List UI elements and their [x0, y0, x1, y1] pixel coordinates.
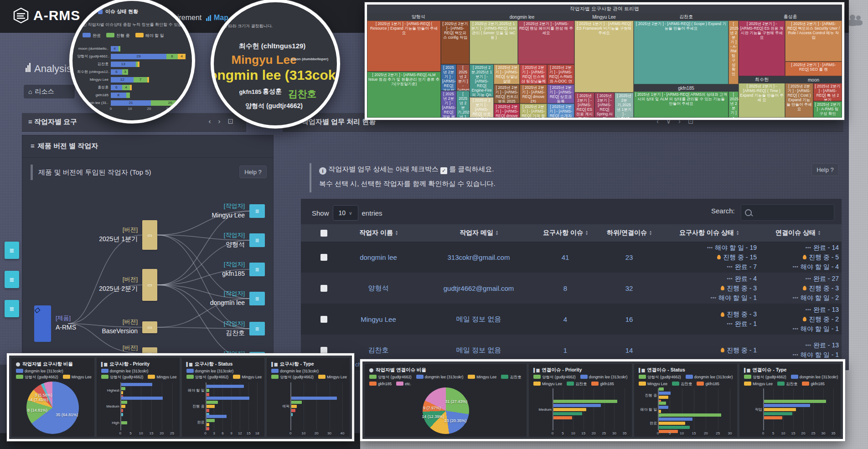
status-line: 진행 중 - 2: [803, 315, 839, 324]
page-size-select[interactable]: 10∨: [333, 205, 358, 221]
worker-node[interactable]: ≣: [249, 204, 265, 218]
version-node[interactable]: ▭: [142, 220, 157, 250]
legend-item: 양형석 (gudtjr4662): [369, 375, 412, 380]
treemap-cell[interactable]: [ 2025년 2분기 ] - [ARMS-REQ] 인스펙션 팀장님들께 시: [520, 64, 547, 84]
version-node[interactable]: ▭: [142, 269, 157, 301]
treemap-cell[interactable]: [ 2025년 1분기 ] - [ARMS-REQ] ARMS의 상태와 고객사…: [634, 91, 728, 118]
treemap-cell[interactable]: [ 2025년 2분기 ] - [ARMS-REQ] ALM Issue 점검 …: [367, 72, 441, 118]
expand-icon[interactable]: ⊡: [227, 117, 233, 125]
version-node[interactable]: ▭: [142, 321, 157, 333]
treemap-cell[interactable]: [ 2025년 2분기 ] - [ARMS-REQ] 백오피스 System 작: [456, 64, 470, 91]
treemap-cell[interactable]: [ 2025년 2분기 ] - [ARMS-REQ] dmove 2차: [520, 84, 547, 103]
table-row[interactable]: 양형석gudtjr4662@gmail.com832●●●완료 - 4진행 중 …: [301, 273, 842, 304]
column-header[interactable]: 작업자 이름▴▾: [333, 224, 424, 242]
worker-node[interactable]: ≣: [249, 233, 265, 247]
nav-item-map[interactable]: Map: [206, 14, 228, 22]
worker-node[interactable]: ≣: [249, 292, 265, 305]
treemap-cell[interactable]: [ 2025년 2분기 ] - [ARMS-REQ] 가격 정책 업데이트: [520, 103, 547, 118]
treemap-cell[interactable]: [ 2025년 2분기 ] - [ARMS-REQ] ( Cost ) Expa…: [785, 83, 813, 118]
treemap-cell[interactable]: [ 2025년 2분기 ] - [ARMS-REQ] SEO 를 랜: [785, 62, 842, 76]
table-row[interactable]: Mingyu Lee메일 정보 없음416진행 중 - 3●●●완료 - 1●●…: [301, 304, 842, 335]
wordcloud-word[interactable]: dongmin lee (313cokr): [211, 67, 340, 83]
legend-swatch: [16, 369, 23, 373]
treemap-cell[interactable]: [ 2025년 2분기 ] - [ARMS-REQ] 상표권 등록: [547, 84, 574, 103]
x-axis: 0510152025: [101, 431, 172, 436]
treemap-cell[interactable]: [ 2025년 2분기 ] - A-RMS 팀 구성 확인: [813, 101, 842, 118]
search-input[interactable]: [741, 204, 834, 221]
bar-segment: 4: [178, 54, 186, 59]
bar-group: 해야 할 일: [186, 385, 258, 396]
column-header[interactable]: 연결이슈 상태▴▾: [757, 224, 839, 242]
column-header[interactable]: 하위/연결이슈▴▾: [597, 224, 661, 242]
treemap-cell[interactable]: [ 2025년 2분기 ] - [ARMS-REQ] ( Time ) Expa…: [739, 83, 785, 118]
worker-node[interactable]: ≣: [249, 322, 265, 335]
column-header[interactable]: 작업자 메일▴▾: [424, 224, 533, 242]
treemap-cell[interactable]: [ 2025년 2분기 ] - [ARMS-REQ] 백오피스 config 작…: [441, 21, 470, 64]
treemap-cell[interactable]: [ 2025년 2분기 ] - [ARMS-REQ] Spring AI 적: [594, 93, 615, 118]
treemap-cell[interactable]: [ 2025년 2분기 ] - [ARMS-REQ] 컨트리뷰트 2025 Op…: [494, 84, 520, 103]
bar-chart-icon: ▌▆: [533, 368, 539, 372]
legend-item: dongmin lee (313cokr): [186, 369, 234, 373]
treemap-cell[interactable]: [ 2025년 2분,2025년 1분기 ] - [ARMS-REQ] Engi…: [470, 64, 494, 97]
treemap-cell[interactable]: [ 2025년 2분기 ] - [ARMS-REQ] 개발 문서 작성: [441, 91, 456, 118]
treemap-cell[interactable]: [ 2025년 2분기 ] - [ARMS-REQ] 특 년 2분기: [813, 83, 842, 101]
row-checkbox[interactable]: [315, 242, 333, 273]
wordcloud-word[interactable]: Mingyu Lee: [231, 53, 296, 67]
brand[interactable]: A-RMS: [13, 7, 80, 24]
wordcloud-word[interactable]: 양형석 (gudtjr4662): [245, 102, 303, 110]
x-tick: 3: [213, 431, 215, 435]
select-all-checkbox[interactable]: [315, 224, 333, 242]
legend-item: dongmin lee (313cokr): [686, 375, 733, 380]
wordcloud-word[interactable]: 최수헌 (chltngus129): [239, 42, 306, 51]
side-list-button[interactable]: ≣: [5, 271, 19, 288]
row-checkbox[interactable]: [315, 273, 333, 304]
legend-swatch: [533, 375, 541, 379]
treemap-cell[interactable]: [ 2025년 2분기 ] - A-RM 팀 구성 확인: [728, 21, 739, 84]
treemap-cell[interactable]: [ 2025년 2분기 ] - [ARMS-REQ] A-RMS 와 A-DOC…: [547, 64, 574, 84]
bar-chart-card: ▌▆요구사항 - Prioritydongmin lee (313cokr)양형…: [97, 358, 180, 437]
treemap-cell[interactable]: [ 2025년 2분기 ] - [ARMS-REQ] dmove 1차 커버리지…: [494, 103, 520, 118]
x-tick: 0: [204, 431, 206, 435]
treemap-cell[interactable]: [ 2025년 2분기 ] - [ARMS-REQ] ES 전용 게시판 기능: [574, 93, 594, 118]
x-axis: 0369121518: [186, 431, 258, 436]
legend-item: 완료: [83, 33, 101, 39]
treemap-cell[interactable]: [ 2025년 2분기,2025년 1분기 ] - [ARMS-REQ]: [615, 93, 634, 118]
treemap-cell[interactable]: [ 2025년 1분기 ] - [ARMS-REQ] ES Framework …: [574, 21, 634, 93]
wordcloud-word[interactable]: gkfn185: [239, 88, 261, 95]
side-list-button[interactable]: ≣: [5, 242, 19, 259]
bar: [207, 385, 244, 388]
wordcloud-word[interactable]: moon (dumbbelloper): [291, 57, 328, 61]
table-row[interactable]: dongmin lee313cokr@gmail.com4123●●●해야 할 …: [301, 242, 842, 273]
treemap-cell[interactable]: [ 2025년 2분기 ] - [ARMS-REQ] ES 전용 게시판 기능을…: [739, 21, 785, 76]
treemap-cell[interactable]: [ 2025년 2분기,2025년 1분기 ] - [ARMS-REQ] 서버 …: [470, 21, 518, 64]
pie-slice-label: 35 (64.81%): [56, 413, 78, 417]
treemap-cell[interactable]: [ 2025년 2분기 ] - [ARMS-REQ] 상열님 설명: [494, 64, 520, 84]
column-header[interactable]: 요구사항 이슈▴▾: [533, 224, 597, 242]
inset-bar-row: 홍성훈64: [77, 83, 187, 91]
inset-bar-name: gkfn185: [77, 93, 111, 97]
collapse-left-icon[interactable]: ‹: [208, 117, 211, 125]
sort-icon: ▴▾: [586, 230, 588, 236]
wordcloud-word[interactable]: 홍성훈: [263, 88, 282, 96]
inset-bar-name: Mingyu Lee: [77, 77, 111, 82]
worker-node[interactable]: ≣: [249, 263, 265, 276]
product-node[interactable]: ◇: [34, 305, 51, 342]
treemap-cell[interactable]: [ 2025 년 2분 기 ] -: [728, 91, 739, 118]
treemap-cell[interactable]: [ 2025년 2분기 ] - [ARMS-REQ] 개인정보처리방침 페이지: [441, 64, 456, 91]
treemap-cell[interactable]: [ 2025년 1분기 ] - [ARMS-REQ] ( Resource ) …: [367, 21, 441, 72]
legend-swatch: [233, 375, 240, 379]
treemap-cell[interactable]: [ 2025년 2분기 ] - [ARMS-REQ] 백오피스 Security…: [785, 21, 842, 62]
column-header[interactable]: 요구사항 이슈 상태▴▾: [661, 224, 757, 242]
collapse-right-icon[interactable]: ›: [218, 117, 220, 125]
treemap-cell[interactable]: [ 2025년 2분기,2025년 1분기 ] - [ARMS-REQ] Eng…: [456, 91, 470, 118]
treemap-cell[interactable]: [ 2025년 2분기 ] - [ARMS-REQ] ( Scope ) Exp…: [634, 21, 728, 84]
treemap-cell[interactable]: [ 2025년 2분기 ] - [ARMS-REQ] 브로셔 작성: [470, 97, 494, 118]
row-checkbox[interactable]: [315, 304, 333, 335]
resource-nav-pill[interactable]: ⌂리소스: [24, 85, 75, 98]
side-list-button[interactable]: ≣: [5, 300, 19, 317]
help-button[interactable]: Help ?: [811, 163, 839, 176]
chart-title: ▌▆요구사항 - Type: [271, 361, 314, 367]
treemap-cell[interactable]: [ 2025년 2분기 ] - [ARMS-REQ] 소개자료 PPT 업데: [547, 103, 574, 118]
wordcloud-word[interactable]: 김찬호: [288, 88, 317, 100]
treemap-cell[interactable]: [ 2025년 2분기 ] - [ARMS-REQ] 랜딩 페이지를 완성 해 …: [518, 21, 574, 64]
